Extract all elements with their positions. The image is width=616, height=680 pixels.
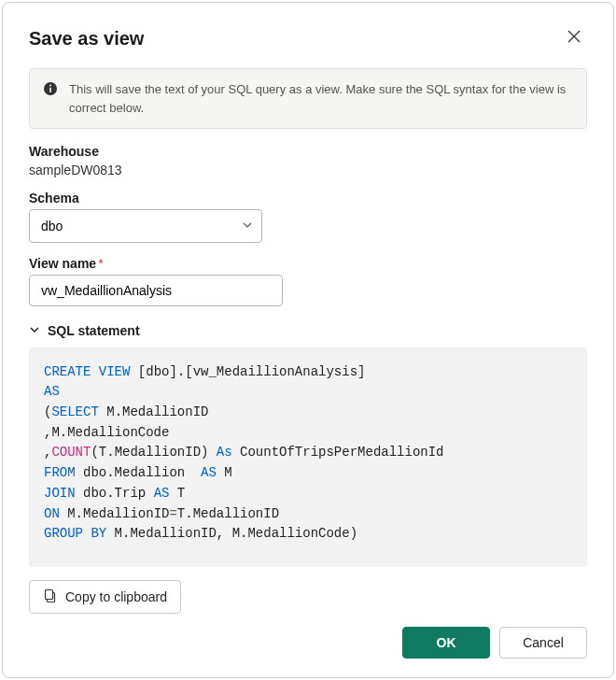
sql-token: =: [169, 506, 176, 521]
dialog-title: Save as view: [29, 28, 144, 50]
sql-statement-box[interactable]: CREATE VIEW [dbo].[vw_MedaillionAnalysis…: [29, 347, 587, 567]
viewname-input[interactable]: [29, 275, 283, 306]
copy-label: Copy to clipboard: [65, 589, 167, 604]
info-text: This will save the text of your SQL quer…: [69, 80, 573, 117]
warehouse-label: Warehouse: [29, 144, 587, 159]
sql-token: JOIN: [44, 486, 76, 501]
warehouse-value: sampleDW0813: [29, 163, 587, 177]
info-icon: [43, 81, 58, 117]
svg-rect-1: [49, 88, 51, 92]
required-asterisk: *: [98, 256, 103, 271]
sql-token: SELECT: [51, 404, 98, 419]
save-as-view-dialog: Save as view This will save the text of …: [2, 2, 614, 678]
sql-token: dbo.Medallion: [76, 465, 201, 480]
copy-to-clipboard-button[interactable]: Copy to clipboard: [29, 580, 181, 614]
svg-rect-4: [46, 589, 53, 599]
sql-token: [dbo].[vw_MedaillionAnalysis]: [130, 364, 365, 379]
close-button[interactable]: [561, 25, 587, 51]
sql-token: M.MedallionID: [60, 506, 170, 521]
cancel-button[interactable]: Cancel: [499, 627, 587, 659]
sql-token: FROM: [44, 465, 76, 480]
sql-token: T.MedallionID: [177, 506, 279, 521]
viewname-label-text: View name: [29, 256, 96, 271]
sql-section-label: SQL statement: [48, 323, 140, 338]
sql-token: ON: [44, 506, 60, 521]
sql-token: M.MedallionID, M.MedallionCode): [106, 526, 357, 541]
svg-point-2: [49, 85, 51, 87]
schema-select[interactable]: [29, 209, 262, 243]
ok-button[interactable]: OK: [402, 627, 490, 659]
copy-row: Copy to clipboard: [29, 580, 587, 614]
sql-token: dbo.Trip: [76, 486, 154, 501]
chevron-down-icon: [29, 323, 40, 338]
sql-token: CREATE VIEW: [44, 364, 130, 379]
schema-label: Schema: [29, 191, 587, 205]
schema-select-wrap: [29, 209, 262, 243]
info-banner: This will save the text of your SQL quer…: [29, 68, 587, 129]
sql-token: (T.MedallionID): [91, 445, 216, 460]
sql-token: AS: [154, 486, 170, 501]
sql-token: GROUP BY: [44, 526, 106, 541]
dialog-header: Save as view: [29, 25, 587, 51]
sql-token: As: [217, 445, 232, 460]
viewname-label: View name*: [29, 256, 587, 271]
sql-token: M.MedallionID: [99, 404, 209, 419]
sql-token: M: [217, 465, 232, 480]
sql-token: AS: [44, 384, 60, 399]
close-icon: [567, 29, 581, 48]
copy-icon: [43, 588, 58, 606]
sql-token: COUNT: [51, 445, 91, 460]
dialog-footer: OK Cancel: [29, 614, 587, 659]
sql-token: ,M.MedallionCode: [44, 425, 169, 440]
sql-token: T: [169, 486, 185, 501]
sql-token: CountOfTripsPerMedallionId: [232, 445, 444, 460]
sql-token: AS: [201, 465, 217, 480]
sql-section-toggle[interactable]: SQL statement: [29, 323, 587, 338]
